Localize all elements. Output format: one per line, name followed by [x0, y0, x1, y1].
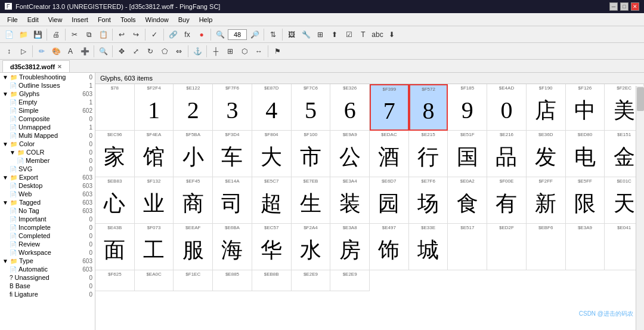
sidebar-item-tagged[interactable]: ▼ 📁 Tagged 603: [0, 198, 95, 206]
glyph-cell[interactable]: $E326 6: [330, 84, 370, 131]
glyph-cell[interactable]: $E216 品: [487, 131, 527, 177]
glyph-cell[interactable]: $E7EB 生: [292, 177, 331, 224]
open-btn[interactable]: 📁: [17, 28, 30, 41]
glyph-cell[interactable]: $F126 中: [566, 84, 605, 131]
abc-btn[interactable]: abc: [371, 28, 384, 41]
sidebar-item-simple[interactable]: 📄 Simple 602: [0, 106, 95, 115]
glyph-cell[interactable]: $F100 市: [292, 131, 331, 177]
sidebar-item-export[interactable]: ▼ 📁 Export 603: [0, 173, 95, 181]
sidebar-item-notag[interactable]: 📄 No Tag 603: [0, 206, 95, 215]
menu-edit[interactable]: Edit: [23, 15, 44, 24]
glyph-cell[interactable]: $F2A4 水: [292, 224, 331, 270]
glyph-cell[interactable]: $E3A9: [566, 224, 605, 270]
grid-btn[interactable]: ⊞: [224, 45, 237, 58]
glyph-cell[interactable]: $E3A4 装: [330, 177, 370, 224]
copy-btn[interactable]: ⧉: [82, 28, 95, 41]
glyph-cell[interactable]: $EF45 商: [174, 177, 213, 224]
glyph-cell[interactable]: $F073 工: [135, 224, 174, 270]
glyph-cell[interactable]: $F1EC: [174, 270, 213, 291]
sidebar-item-web[interactable]: 📄 Web 603: [0, 190, 95, 198]
glyph-cell[interactable]: $F185 9: [448, 84, 487, 131]
sidebar-item-troubleshooting[interactable]: ▼ 📁 Troubleshooting 0: [0, 73, 95, 81]
glyph-cell[interactable]: $F4EA 馆: [135, 131, 174, 177]
plus-btn[interactable]: ➕: [78, 45, 91, 58]
glyph-cell[interactable]: $E885: [213, 270, 252, 291]
sidebar-item-member[interactable]: 📄 Member 0: [0, 156, 95, 165]
scrollbar-thumb[interactable]: [637, 87, 644, 111]
sidebar-item-unassigned[interactable]: ? Unassigned 0: [0, 273, 95, 282]
zoom-input[interactable]: 48: [228, 29, 247, 40]
flag-btn[interactable]: ⚑: [271, 45, 284, 58]
glyph-cell[interactable]: $E2E9: [330, 270, 370, 291]
image-btn[interactable]: 🖼: [285, 28, 298, 41]
sort-btn[interactable]: ⇅: [267, 28, 280, 41]
glyph-cell[interactable]: $F00E 有: [487, 177, 527, 224]
glyph-cell[interactable]: $E0A2 食: [448, 177, 487, 224]
pen-btn[interactable]: ✏: [35, 45, 48, 58]
maximize-button[interactable]: □: [620, 2, 628, 11]
validate-btn[interactable]: ✓: [148, 28, 161, 41]
glyph-cell[interactable]: $EB8B: [252, 270, 292, 291]
menu-help[interactable]: Help: [194, 15, 218, 24]
sidebar-item-glyphs[interactable]: ▼ 📁 Glyphs 603: [0, 90, 95, 98]
mirror-btn[interactable]: ⇔: [172, 45, 185, 58]
sidebar-item-outline-issues[interactable]: 📄 Outline Issues 1: [0, 81, 95, 90]
cut-btn[interactable]: ✂: [68, 28, 81, 41]
shear-btn[interactable]: ⬠: [158, 45, 171, 58]
glyph-cell[interactable]: $E3A8 房: [330, 224, 370, 270]
glyph-cell[interactable]: $ED2F: [487, 224, 527, 270]
sidebar-item-review[interactable]: 📄 Review 0: [0, 240, 95, 248]
color-btn[interactable]: 🎨: [49, 45, 63, 58]
glyph-cell[interactable]: $EEAF 服: [174, 224, 213, 270]
move-btn[interactable]: ✥: [115, 45, 128, 58]
select-btn[interactable]: ▷: [17, 45, 30, 58]
glyph-cell[interactable]: $E517: [448, 224, 487, 270]
glyph-cell[interactable]: $F2F4 1: [135, 84, 174, 131]
metric-btn[interactable]: ↔: [252, 45, 265, 58]
guide-btn[interactable]: ┼: [209, 45, 222, 58]
glyph-cell[interactable]: $F804 大: [252, 131, 292, 177]
formula-btn[interactable]: fx: [181, 28, 194, 41]
glyph-cell[interactable]: $E33E 城: [409, 224, 448, 270]
glyph-cell[interactable]: $EC57 华: [252, 224, 292, 270]
glyph-cell[interactable]: $E6D7 园: [370, 177, 409, 224]
new-btn[interactable]: 📄: [2, 28, 16, 41]
menu-font[interactable]: Font: [93, 15, 116, 24]
print-btn[interactable]: 🖨: [49, 28, 63, 41]
glyph-cell[interactable]: $F7F6 3: [213, 84, 252, 131]
glyph-cell[interactable]: $EC96 家: [95, 131, 135, 177]
glyph-cell[interactable]: $78: [95, 84, 135, 131]
zoom-in-btn[interactable]: 🔍: [213, 28, 227, 41]
sidebar-item-desktop[interactable]: 📄 Desktop 603: [0, 181, 95, 190]
arrow-btn[interactable]: ↕: [2, 45, 16, 58]
export-btn[interactable]: ⬆: [328, 28, 341, 41]
sidebar-item-type[interactable]: ▼ 📁 Type 603: [0, 257, 95, 265]
glyph-cell[interactable]: $F5BA 小: [174, 131, 213, 177]
table-btn[interactable]: ⊞: [314, 28, 327, 41]
menu-file[interactable]: File: [2, 15, 23, 24]
glyph-cell[interactable]: $E5FF 限: [566, 177, 605, 224]
title-bar-controls[interactable]: ─ □ ✕: [609, 2, 639, 11]
glyph-cell[interactable]: $E9A9 公: [330, 131, 370, 177]
glyph-cell[interactable]: $E51F 国: [448, 131, 487, 177]
glyph-cell[interactable]: $EB83 心: [95, 177, 135, 224]
glyph-cell[interactable]: $E5C7 超: [252, 177, 292, 224]
checkmark-btn[interactable]: ☑: [342, 28, 355, 41]
anchor-btn[interactable]: ⚓: [191, 45, 204, 58]
zoom2-btn[interactable]: 🔍: [97, 45, 110, 58]
glyph-cell-selected-7[interactable]: $F399 7: [370, 84, 409, 131]
glyph-cell[interactable]: $E122 2: [174, 84, 213, 131]
glyph-cell[interactable]: $ED80 电: [566, 131, 605, 177]
sidebar-item-colr[interactable]: ▼ 📁 COLR 0: [0, 148, 95, 156]
zoom-out-btn[interactable]: 🔎: [248, 28, 261, 41]
sidebar-item-empty[interactable]: 📄 Empty 1: [0, 98, 95, 106]
menu-buy[interactable]: Buy: [174, 15, 194, 24]
sidebar-item-base[interactable]: B Base 0: [0, 282, 95, 290]
paste-btn[interactable]: 📋: [97, 28, 110, 41]
glyph-cell[interactable]: $F132 业: [135, 177, 174, 224]
menu-window[interactable]: Window: [141, 15, 174, 24]
scale-btn[interactable]: ⤢: [129, 45, 143, 58]
glyph-cell[interactable]: $F7C6 5: [292, 84, 331, 131]
sidebar-item-incomplete[interactable]: 📄 Incomplete 0: [0, 223, 95, 232]
glyph-cell[interactable]: $E4AD 0: [487, 84, 527, 131]
